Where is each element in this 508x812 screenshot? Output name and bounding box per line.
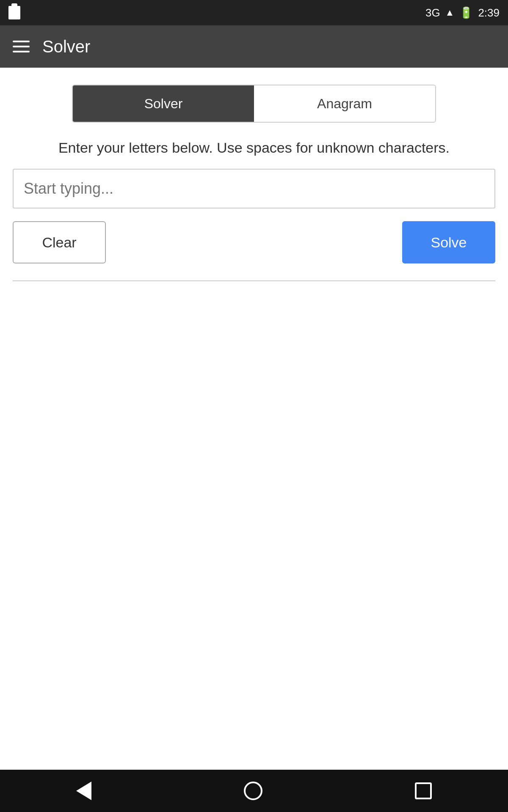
status-bar-right: 3G ▲ 🔋 2:39 (425, 6, 500, 19)
nav-bar (0, 770, 508, 812)
main-content: Solver Anagram Enter your letters below.… (0, 68, 508, 770)
home-icon (244, 782, 262, 800)
input-container (13, 169, 495, 208)
home-button[interactable] (244, 782, 262, 800)
clock: 2:39 (478, 6, 500, 19)
tabs-container: Solver Anagram (72, 85, 436, 123)
recents-button[interactable] (415, 782, 432, 799)
clear-button[interactable]: Clear (13, 221, 106, 263)
status-bar: 3G ▲ 🔋 2:39 (0, 0, 508, 25)
status-bar-left (8, 6, 20, 19)
buttons-container: Clear Solve (13, 221, 495, 263)
tab-anagram[interactable]: Anagram (254, 85, 435, 122)
clipboard-icon (8, 6, 20, 19)
solve-button[interactable]: Solve (402, 221, 495, 263)
network-indicator: 3G (425, 6, 440, 19)
back-button[interactable] (76, 782, 91, 800)
tab-solver[interactable]: Solver (73, 85, 254, 122)
instruction-text: Enter your letters below. Use spaces for… (21, 140, 487, 156)
app-bar: Solver (0, 25, 508, 68)
recents-icon (415, 782, 432, 799)
hamburger-menu-icon[interactable] (13, 41, 30, 52)
letter-input[interactable] (14, 170, 494, 208)
content-divider (13, 280, 495, 281)
back-icon (76, 782, 91, 800)
app-title: Solver (42, 37, 90, 56)
battery-icon: 🔋 (459, 6, 473, 19)
signal-icon: ▲ (445, 7, 455, 18)
